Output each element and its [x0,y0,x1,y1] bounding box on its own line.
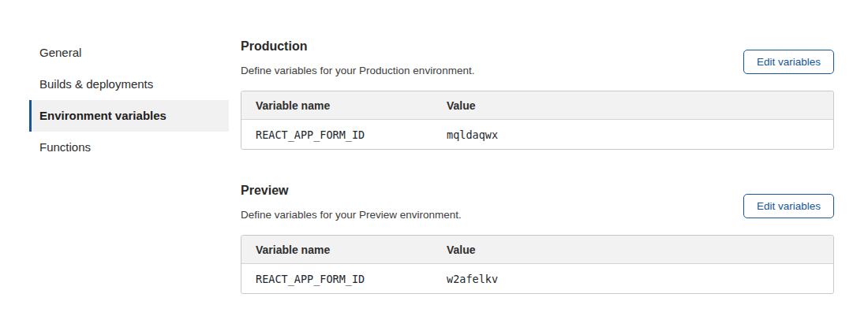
preview-header-text: Preview Define variables for your Previe… [241,181,462,221]
production-section: Production Define variables for your Pro… [241,37,834,150]
column-header-variable-name: Variable name [241,91,432,120]
variable-name-cell: REACT_APP_FORM_ID [241,120,432,149]
sidebar-item-builds-deployments[interactable]: Builds & deployments [29,69,229,100]
production-section-header: Production Define variables for your Pro… [241,37,834,76]
column-header-value: Value [432,236,833,264]
preview-section-header: Preview Define variables for your Previe… [241,181,834,221]
column-header-variable-name: Variable name [241,236,432,264]
production-title: Production [241,39,474,54]
pages-settings-page: General Builds & deployments Environment… [0,0,868,331]
sidebar-item-general[interactable]: General [29,37,229,69]
variable-value-cell: mqldaqwx [432,120,833,149]
environment-variables-panel: Production Define variables for your Pro… [241,37,834,331]
table-row: REACT_APP_FORM_ID w2afelkv [241,264,833,293]
column-header-value: Value [432,91,833,120]
table-row: REACT_APP_FORM_ID mqldaqwx [241,120,833,149]
preview-section: Preview Define variables for your Previe… [241,181,834,294]
edit-variables-button-production[interactable]: Edit variables [743,50,834,74]
preview-variables-table: Variable name Value REACT_APP_FORM_ID w2… [241,235,834,294]
production-description: Define variables for your Production env… [241,65,474,76]
edit-variables-button-preview[interactable]: Edit variables [743,194,834,218]
sidebar-item-environment-variables[interactable]: Environment variables [29,100,229,132]
preview-title: Preview [241,184,462,198]
production-variables-table: Variable name Value REACT_APP_FORM_ID mq… [241,91,834,150]
preview-description: Define variables for your Preview enviro… [241,209,462,221]
table-header-row: Variable name Value [241,236,833,264]
sidebar-item-functions[interactable]: Functions [29,132,229,163]
variable-name-cell: REACT_APP_FORM_ID [241,264,432,293]
settings-sidebar: General Builds & deployments Environment… [29,37,229,331]
variable-value-cell: w2afelkv [432,264,833,293]
table-header-row: Variable name Value [241,91,833,120]
production-header-text: Production Define variables for your Pro… [241,37,474,76]
